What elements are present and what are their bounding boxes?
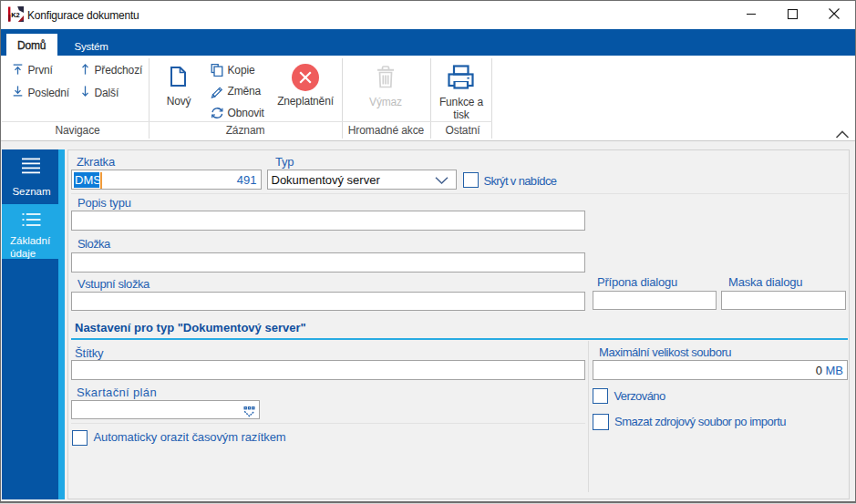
- svg-text:K2: K2: [11, 11, 20, 19]
